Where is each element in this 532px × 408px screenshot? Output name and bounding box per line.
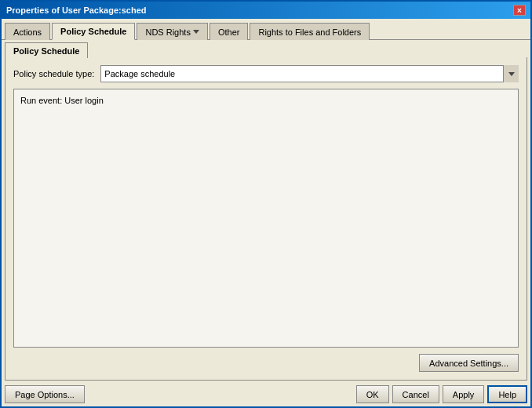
nds-rights-dropdown-icon [193,30,199,34]
tab-row: Actions Policy Schedule NDS Rights Other… [2,19,530,39]
bottom-btn-right: OK Cancel Apply Help [356,385,527,403]
bottom-btn-row: Page Options... OK Cancel Apply Help [2,381,530,406]
title-bar: Properties of User Package:sched × [2,2,530,19]
tab-nds-rights[interactable]: NDS Rights [137,23,207,40]
content-area: Policy schedule type: Package schedule R… [5,57,527,381]
tab-policy-schedule[interactable]: Policy Schedule [52,23,135,40]
page-options-button[interactable]: Page Options... [5,385,85,403]
help-button[interactable]: Help [487,385,527,403]
tab-other[interactable]: Other [210,23,249,40]
run-event-text: Run event: User login [20,96,104,105]
schedule-type-label: Policy schedule type: [13,69,94,78]
cancel-button[interactable]: Cancel [392,385,439,403]
schedule-type-select-wrapper: Package schedule [100,65,519,82]
sub-tab-policy-schedule[interactable]: Policy Schedule [5,42,88,58]
tab-actions[interactable]: Actions [5,23,50,40]
schedule-type-select[interactable]: Package schedule [100,65,519,82]
advanced-settings-button[interactable]: Advanced Settings... [419,354,519,372]
schedule-type-row: Policy schedule type: Package schedule [13,65,519,82]
main-window: Properties of User Package:sched × Actio… [0,0,532,408]
tab-rights-files-folders[interactable]: Rights to Files and Folders [250,23,370,40]
close-button[interactable]: × [513,5,526,16]
advanced-btn-row: Advanced Settings... [13,354,519,372]
info-box: Run event: User login [13,89,519,348]
sub-tab-row: Policy Schedule [2,39,530,57]
window-title: Properties of User Package:sched [6,5,147,15]
ok-button[interactable]: OK [356,385,389,403]
apply-button[interactable]: Apply [443,385,485,403]
